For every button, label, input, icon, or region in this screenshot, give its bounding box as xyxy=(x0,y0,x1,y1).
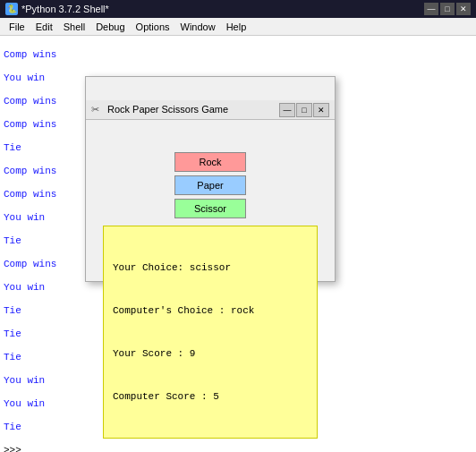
menu-window[interactable]: Window xyxy=(175,21,221,33)
close-button[interactable]: ✕ xyxy=(456,3,471,15)
menu-edit[interactable]: Edit xyxy=(30,21,58,33)
menu-debug[interactable]: Debug xyxy=(90,21,130,33)
window-title: *Python 3.7.2 Shell* xyxy=(21,4,424,14)
your-choice-label: Your Choice: scissor xyxy=(113,260,308,275)
shell-output: Comp wins You win Comp wins Comp wins Ti… xyxy=(0,36,476,452)
your-score-label: Your Score : 9 xyxy=(113,346,308,361)
menu-shell[interactable]: Shell xyxy=(58,21,90,33)
rock-button[interactable]: Rock xyxy=(174,152,246,172)
dialog-close-button[interactable]: ✕ xyxy=(313,103,329,117)
dialog-minimize-button[interactable]: — xyxy=(279,103,295,117)
menu-help[interactable]: Help xyxy=(221,21,252,33)
dialog-title: Rock Paper Scissors Game xyxy=(107,104,279,115)
comp-choice-label: Computer's Choice : rock xyxy=(113,303,308,318)
window-controls: — □ ✕ xyxy=(424,3,471,15)
result-area: Your Choice: scissor Computer's Choice :… xyxy=(103,226,318,439)
game-buttons-group: Rock Paper Scissor xyxy=(174,152,246,218)
maximize-button[interactable]: □ xyxy=(440,3,455,15)
paper-button[interactable]: Paper xyxy=(174,175,246,195)
menu-file[interactable]: File xyxy=(4,21,30,33)
dialog-controls: — □ ✕ xyxy=(279,103,329,117)
menu-options[interactable]: Options xyxy=(131,21,175,33)
dialog-title-bar: ✂ Rock Paper Scissors Game — □ ✕ xyxy=(86,100,335,120)
dialog-icon: ✂ xyxy=(91,104,104,116)
dialog-maximize-button[interactable]: □ xyxy=(296,103,312,117)
game-dialog: ✂ Rock Paper Scissors Game — □ ✕ Rock Pa… xyxy=(85,76,336,282)
app-icon: 🐍 xyxy=(5,3,18,15)
minimize-button[interactable]: — xyxy=(424,3,438,15)
scissor-button[interactable]: Scissor xyxy=(174,199,246,218)
title-bar: 🐍 *Python 3.7.2 Shell* — □ ✕ xyxy=(0,0,476,18)
shell-line: Comp wins xyxy=(4,49,472,61)
comp-score-label: Computer Score : 5 xyxy=(113,389,308,404)
dialog-body: Rock Paper Scissor Your Choice: scissor … xyxy=(86,143,335,448)
menu-bar: File Edit Shell Debug Options Window Hel… xyxy=(0,18,476,36)
